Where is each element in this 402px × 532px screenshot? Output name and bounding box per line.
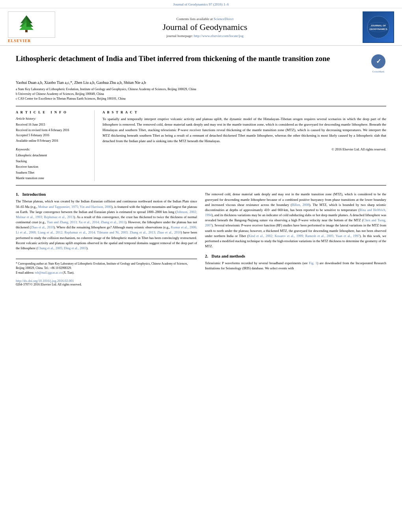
affil-c: c CAS Center for Excellence in Tibetan P…	[16, 96, 386, 101]
elsevier-brand-text: ELSEVIER	[8, 39, 55, 43]
ref-zhao-2010[interactable]: Zhao et al., 2010	[31, 225, 54, 229]
article-title: Lithospheric detachment of India and Tib…	[16, 54, 370, 64]
body-right-col: The removed cold, dense material sank de…	[205, 192, 386, 286]
ref-tian-zhang[interactable]: Tian and Zhang, 2013; Xu et al., 2014; Z…	[47, 220, 125, 224]
footnote-star: * Corresponding author at: State Key Lab…	[16, 261, 197, 275]
svg-text:✓: ✓	[376, 58, 381, 65]
ref-kind-2002[interactable]: Kind et al., 2002; Kosarev et al., 1999;…	[248, 234, 359, 238]
section2-text: Teleseismic P waveforms recorded by seve…	[205, 261, 386, 271]
copyright-footer: 0264-3707/© 2016 Elsevier Ltd. All right…	[16, 283, 197, 286]
received-revised-date: Received in revised form 4 February 2016	[16, 128, 89, 133]
article-info-col: A R T I C L E I N F O Article history: R…	[16, 110, 95, 181]
journal-title-large: Journal of Geodynamics	[63, 22, 347, 32]
bottom-links: http://dx.doi.org/10.1016/j.jog.2016.02.…	[16, 279, 197, 286]
main-body: 1. Introduction The Tibetan plateau, whi…	[16, 192, 386, 286]
footnote-email[interactable]: txb@mail.iggcas.ac.cn	[35, 271, 62, 274]
journal-logo-box: JOURNAL OF GEODYNAMICS	[363, 11, 394, 43]
article-info-abstract-section: A R T I C L E I N F O Article history: R…	[16, 106, 386, 185]
geodynamics-logo-svg: JOURNAL OF GEODYNAMICS	[367, 15, 390, 39]
keyword-1: Lithospheric detachment	[16, 153, 89, 158]
ref-fig1[interactable]: Fig. 1	[309, 261, 317, 265]
sciencedirect-line: Contents lists available at ScienceDirec…	[63, 17, 347, 21]
footnote-section: * Corresponding author at: State Key Lab…	[16, 259, 197, 275]
section2-block: 2. Data and methods Teleseismic P wavefo…	[205, 254, 386, 271]
elsevier-tree-svg	[11, 13, 42, 35]
homepage-line: journal homepage: http://www.elsevier.co…	[63, 34, 347, 38]
homepage-url[interactable]: http://www.elsevier.com/locate/jog	[194, 34, 244, 38]
article-history: Article history: Received 16 June 2015 R…	[16, 117, 89, 143]
keywords-section: Keywords: Lithospheric detachment Stacki…	[16, 147, 89, 181]
ref-chen-tseng[interactable]: Chen and Tseng, 2007	[205, 218, 386, 227]
ref-chung-2005[interactable]: Chung et al., 2005; Ding et al., 2003	[37, 246, 86, 250]
received-date: Received 16 June 2015	[16, 122, 89, 128]
journal-header: ELSEVIER Contents lists available at Sci…	[0, 8, 402, 46]
abstract-header: A B S T R A C T	[102, 110, 386, 114]
affil-b: b University of Chinese Academy of Scien…	[16, 92, 386, 96]
keyword-3: Receiver function	[16, 164, 89, 170]
elsevier-logo-box	[8, 11, 55, 38]
page-wrapper: Journal of Geodynamics 97 (2016) 1–6	[0, 0, 402, 294]
available-date: Available online 8 February 2016	[16, 138, 89, 144]
article-content: Lithospheric detachment of India and Tib…	[0, 46, 402, 294]
keyword-2: Stacking	[16, 159, 89, 164]
keywords-label: Keywords:	[16, 147, 89, 151]
section1-title: 1. Introduction	[16, 192, 197, 196]
right-col-intro-text: The removed cold, dense material sank de…	[205, 192, 386, 249]
abstract-col: A B S T R A C T To spatially and tempora…	[102, 110, 386, 181]
body-left-col: 1. Introduction The Tibetan plateau, whi…	[16, 192, 197, 286]
header-right: JOURNAL OF GEODYNAMICS	[355, 11, 394, 43]
ref-johnson-2002[interactable]: Johnson, 2002; Molnar et al., 1993; Repl…	[16, 210, 197, 219]
accepted-date: Accepted 5 February 2016	[16, 133, 89, 138]
history-label: Article history:	[16, 117, 89, 120]
doi-link[interactable]: http://dx.doi.org/10.1016/j.jog.2016.02.…	[16, 279, 197, 283]
abstract-copyright: © 2016 Elsevier Ltd. All rights reserved…	[102, 147, 386, 151]
journal-volume-ref: Journal of Geodynamics 97 (2016) 1–6	[173, 2, 229, 6]
article-info-header: A R T I C L E I N F O	[16, 110, 89, 114]
elsevier-logo-area: ELSEVIER	[8, 11, 55, 43]
affiliation-block: a State Key Laboratory of Lithospheric E…	[16, 87, 386, 101]
keyword-4: Southern Tibet	[16, 170, 89, 176]
ref-billen[interactable]: Billen, 2008	[292, 203, 309, 207]
svg-text:JOURNAL OF: JOURNAL OF	[371, 24, 386, 27]
article-title-section: Lithospheric detachment of India and Tib…	[16, 54, 386, 76]
section2-title: 2. Data and methods	[205, 254, 386, 258]
abstract-text: To spatially and temporally interpret er…	[102, 117, 386, 144]
authors-line: Yaohui Duan a,b, Xiaobo Tian a,c,*, Zhen…	[16, 80, 386, 85]
crossmark-icon: ✓	[370, 54, 386, 69]
ref-molnar-1975[interactable]: Molnar and Tapponnier, 1975; Yin and Har…	[38, 205, 112, 209]
keyword-5: Mantle transition zone	[16, 176, 89, 181]
sciencedirect-link[interactable]: ScienceDirect	[214, 17, 233, 21]
crossmark-area: ✓ CrossMark	[370, 54, 386, 73]
header-center: Contents lists available at ScienceDirec…	[55, 17, 355, 38]
affil-a: a State Key Laboratory of Lithospheric E…	[16, 87, 386, 92]
ref-bina[interactable]: Bina and Helffrich, 1994	[205, 208, 386, 217]
svg-text:GEODYNAMICS: GEODYNAMICS	[369, 28, 387, 30]
section1-para1: The Tibetan plateau, which was created b…	[16, 199, 197, 251]
